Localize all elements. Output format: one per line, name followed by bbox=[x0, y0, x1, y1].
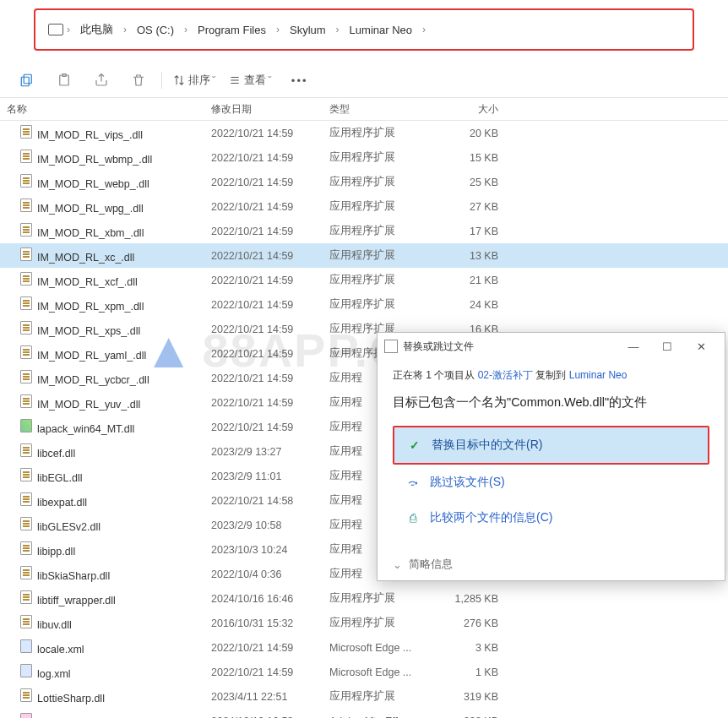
view-button[interactable]: 查看ˇ bbox=[222, 73, 278, 88]
file-date: 2022/10/21 14:59 bbox=[211, 177, 329, 188]
file-name: IM_MOD_RL_wbmp_.dll bbox=[37, 154, 152, 166]
file-size: 20 KB bbox=[439, 128, 507, 139]
chevron-right-icon[interactable]: › bbox=[63, 24, 73, 35]
file-name: libtiff_wrapper.dll bbox=[37, 595, 116, 606]
file-size: 27 KB bbox=[439, 201, 507, 213]
chevron-down-icon: ⌄ bbox=[393, 558, 402, 571]
file-type: 应用程序扩展 bbox=[329, 248, 439, 263]
file-size: 25 KB bbox=[439, 177, 507, 188]
col-name[interactable]: 名称 bbox=[0, 102, 211, 117]
dialog-titlebar[interactable]: 替换或跳过文件 — ☐ ✕ bbox=[378, 333, 725, 360]
file-size: 15 KB bbox=[439, 152, 507, 164]
table-row[interactable]: LottieSharp.dll2023/4/11 22:51应用程序扩展319 … bbox=[0, 684, 728, 709]
compare-option[interactable]: ⎙ 比较两个文件的信息(C) bbox=[393, 500, 709, 536]
svg-rect-0 bbox=[24, 74, 31, 84]
file-date: 2023/2/9 13:27 bbox=[211, 446, 329, 458]
file-icon bbox=[20, 199, 32, 212]
source-link[interactable]: 02-激活补丁 bbox=[478, 369, 533, 381]
file-date: 2022/10/21 14:59 bbox=[211, 642, 329, 654]
copy-icon[interactable] bbox=[19, 72, 35, 89]
file-date: 2023/2/9 10:58 bbox=[211, 519, 329, 531]
minimize-button[interactable]: — bbox=[617, 340, 650, 353]
file-date: 2022/10/21 14:59 bbox=[211, 373, 329, 384]
file-name: IM_MOD_RL_xbm_.dll bbox=[37, 227, 144, 239]
file-icon bbox=[20, 639, 32, 653]
table-row[interactable]: IM_MOD_RL_vips_.dll2022/10/21 14:59应用程序扩… bbox=[0, 121, 728, 145]
col-size[interactable]: 大小 bbox=[439, 102, 507, 117]
table-row[interactable]: log.xml2022/10/21 14:59Microsoft Edge ..… bbox=[0, 660, 728, 684]
file-date: 2016/10/31 15:32 bbox=[211, 617, 329, 629]
file-icon bbox=[20, 125, 32, 139]
dialog-footer[interactable]: ⌄ 简略信息 bbox=[378, 549, 725, 580]
maximize-button[interactable]: ☐ bbox=[650, 340, 684, 353]
svg-rect-1 bbox=[21, 77, 29, 86]
sort-button[interactable]: 排序ˇ bbox=[166, 73, 222, 88]
trash-icon[interactable] bbox=[130, 72, 147, 89]
breadcrumb-item[interactable]: OS (C:) bbox=[130, 24, 181, 36]
table-row[interactable]: locale.xml2022/10/21 14:59Microsoft Edge… bbox=[0, 635, 728, 660]
table-row[interactable]: libuv.dll2016/10/31 15:32应用程序扩展276 KB bbox=[0, 611, 728, 635]
breadcrumb-item[interactable]: Luminar Neo bbox=[343, 24, 419, 36]
table-row[interactable]: IM_MOD_RL_wbmp_.dll2022/10/21 14:59应用程序扩… bbox=[0, 145, 728, 170]
file-icon bbox=[20, 590, 32, 604]
more-icon[interactable]: ••• bbox=[291, 72, 308, 89]
file-date: 2022/10/21 14:59 bbox=[211, 201, 329, 213]
table-row[interactable]: IM_MOD_RL_xc_.dll2022/10/21 14:59应用程序扩展1… bbox=[0, 243, 728, 268]
file-name: IM_MOD_RL_yaml_.dll bbox=[37, 350, 146, 362]
file-icon bbox=[20, 345, 32, 359]
table-row[interactable]: IM_MOD_RL_wpg_.dll2022/10/21 14:59应用程序扩展… bbox=[0, 194, 728, 219]
list-icon bbox=[229, 74, 241, 86]
breadcrumb-item[interactable]: Skylum bbox=[283, 24, 333, 36]
chevron-right-icon[interactable]: › bbox=[333, 24, 343, 35]
file-size: 319 KB bbox=[439, 691, 507, 703]
file-type: 应用程序扩展 bbox=[329, 199, 439, 214]
file-name: IM_MOD_RL_ycbcr_.dll bbox=[37, 374, 149, 386]
file-icon bbox=[20, 370, 32, 383]
table-row[interactable]: libtiff_wrapper.dll2024/10/16 16:46应用程序扩… bbox=[0, 586, 728, 611]
table-row[interactable]: IM_MOD_RL_xbm_.dll2022/10/21 14:59应用程序扩展… bbox=[0, 219, 728, 243]
file-name: lapack_win64_MT.dll bbox=[37, 423, 134, 435]
dialog-title: 替换或跳过文件 bbox=[403, 340, 474, 354]
file-date: 2022/10/21 14:59 bbox=[211, 422, 329, 433]
dest-link[interactable]: Luminar Neo bbox=[569, 369, 627, 381]
file-date: 2022/10/21 14:58 bbox=[211, 495, 329, 507]
file-date: 2022/10/21 14:59 bbox=[211, 666, 329, 678]
file-date: 2022/10/21 14:59 bbox=[211, 299, 329, 311]
table-row[interactable]: IM_MOD_RL_webp_.dll2022/10/21 14:59应用程序扩… bbox=[0, 170, 728, 194]
paste-icon[interactable] bbox=[56, 72, 73, 89]
file-date: 2023/2/9 11:01 bbox=[211, 471, 329, 482]
file-date: 2022/10/4 0:36 bbox=[211, 568, 329, 580]
divider bbox=[161, 72, 162, 89]
dialog-message: 目标已包含一个名为"Common.Web.dll"的文件 bbox=[393, 394, 709, 411]
col-type[interactable]: 类型 bbox=[329, 102, 439, 117]
table-row[interactable]: IM_MOD_RL_xpm_.dll2022/10/21 14:59应用程序扩展… bbox=[0, 292, 728, 317]
share-icon[interactable] bbox=[93, 72, 110, 89]
table-row[interactable]: IM_MOD_RL_xcf_.dll2022/10/21 14:59应用程序扩展… bbox=[0, 268, 728, 292]
breadcrumb-item[interactable]: 此电脑 bbox=[73, 22, 120, 37]
file-date: 2022/10/21 14:59 bbox=[211, 152, 329, 164]
chevron-right-icon[interactable]: › bbox=[419, 24, 429, 35]
close-button[interactable]: ✕ bbox=[684, 340, 718, 353]
file-type: 应用程序扩展 bbox=[329, 150, 439, 165]
file-date: 2024/10/16 16:53 bbox=[211, 715, 329, 719]
col-date[interactable]: 修改日期 bbox=[211, 102, 329, 117]
chevron-right-icon[interactable]: › bbox=[181, 24, 191, 35]
table-row[interactable]: Luminar Neo.deps.json2024/10/16 16:53Ado… bbox=[0, 709, 728, 718]
file-icon bbox=[20, 296, 32, 310]
file-name: libEGL.dll bbox=[37, 472, 83, 484]
chevron-down-icon: ˇ bbox=[268, 74, 271, 87]
file-name: IM_MOD_RL_xps_.dll bbox=[37, 325, 140, 337]
replace-option[interactable]: ✓ 替换目标中的文件(R) bbox=[393, 426, 709, 465]
sort-icon bbox=[173, 74, 185, 86]
file-icon bbox=[20, 517, 32, 530]
file-type: Adobe.AfterEffe... bbox=[329, 715, 439, 719]
chevron-right-icon[interactable]: › bbox=[273, 24, 283, 35]
skip-icon: ⤼ bbox=[405, 476, 421, 489]
file-size: 276 KB bbox=[439, 617, 507, 629]
file-name: LottieSharp.dll bbox=[37, 693, 105, 704]
file-date: 2022/10/21 14:59 bbox=[211, 275, 329, 286]
file-type: 应用程序扩展 bbox=[329, 126, 439, 140]
skip-option[interactable]: ⤼ 跳过该文件(S) bbox=[393, 465, 709, 500]
chevron-right-icon[interactable]: › bbox=[120, 24, 130, 35]
breadcrumb-item[interactable]: Program Files bbox=[191, 24, 273, 36]
